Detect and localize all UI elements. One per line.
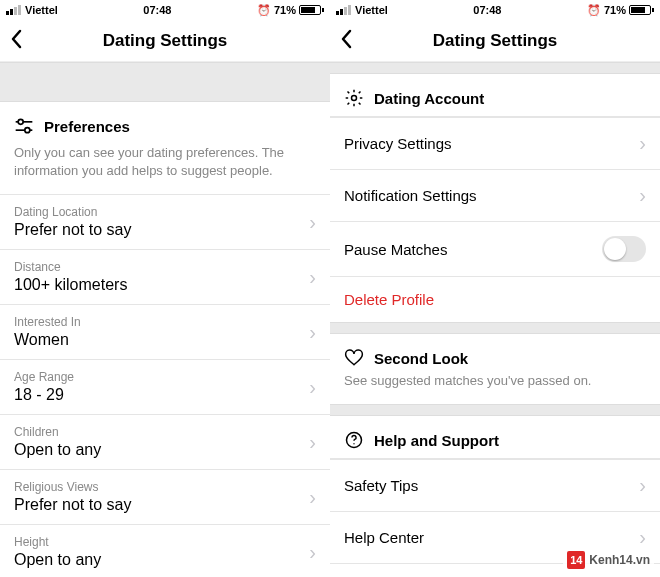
signal-icon [336,5,351,15]
notification-settings-label: Notification Settings [344,187,639,204]
distance-value: 100+ kilometers [14,276,309,294]
section-gap [330,62,660,74]
height-value: Open to any [14,551,309,569]
carrier-label: Viettel [25,4,58,16]
dating-account-title: Dating Account [374,90,484,107]
second-look-title: Second Look [374,350,468,367]
pause-matches-toggle[interactable] [602,236,646,262]
interested-in-label: Interested In [14,315,309,329]
svg-point-6 [353,443,354,444]
chevron-right-icon: › [639,132,646,155]
children-label: Children [14,425,309,439]
back-button[interactable] [10,27,22,55]
chevron-right-icon: › [639,526,646,549]
dating-location-value: Prefer not to say [14,221,309,239]
religious-views-value: Prefer not to say [14,496,309,514]
alarm-icon: ⏰ [587,4,601,17]
battery-icon [629,5,654,15]
religious-views-label: Religious Views [14,480,309,494]
privacy-settings-label: Privacy Settings [344,135,639,152]
distance-label: Distance [14,260,309,274]
section-gap [0,62,330,102]
question-icon [344,430,364,450]
help-center-label: Help Center [344,529,639,546]
clock: 07:48 [143,4,171,16]
phone-left: Viettel 07:48 ⏰ 71% Dating Settings Pref… [0,0,330,577]
age-range-value: 18 - 29 [14,386,309,404]
sliders-icon [14,116,34,136]
help-header: Help and Support [330,416,660,458]
chevron-right-icon: › [639,184,646,207]
section-gap [330,322,660,334]
gear-icon [344,88,364,108]
row-safety-tips[interactable]: Safety Tips › [330,459,660,511]
dating-location-label: Dating Location [14,205,309,219]
battery-pct: 71% [604,4,626,16]
chevron-right-icon: › [309,211,316,234]
content-left[interactable]: Preferences Only you can see your dating… [0,62,330,577]
help-title: Help and Support [374,432,499,449]
pause-matches-label: Pause Matches [344,241,602,258]
carrier-label: Viettel [355,4,388,16]
safety-tips-label: Safety Tips [344,477,639,494]
svg-point-3 [25,128,30,133]
chevron-right-icon: › [309,431,316,454]
height-label: Height [14,535,309,549]
delete-profile-label: Delete Profile [344,291,646,308]
phone-right: Viettel 07:48 ⏰ 71% Dating Settings Dati… [330,0,660,577]
battery-pct: 71% [274,4,296,16]
svg-point-1 [18,119,23,124]
second-look-desc: See suggested matches you've passed on. [330,372,660,404]
row-notification-settings[interactable]: Notification Settings › [330,169,660,221]
status-bar: Viettel 07:48 ⏰ 71% [330,0,660,20]
heart-icon [344,348,364,368]
watermark-logo: 14 [567,551,585,569]
alarm-icon: ⏰ [257,4,271,17]
section-gap [330,404,660,416]
content-right[interactable]: Dating Account Privacy Settings › Notifi… [330,62,660,577]
row-age-range[interactable]: Age Range 18 - 29 › [0,359,330,414]
back-button[interactable] [340,27,352,55]
row-interested-in[interactable]: Interested In Women › [0,304,330,359]
preferences-header: Preferences [0,102,330,144]
watermark: 14 Kenh14.vn [563,549,654,571]
chevron-right-icon: › [309,266,316,289]
chevron-right-icon: › [309,541,316,564]
status-bar: Viettel 07:48 ⏰ 71% [0,0,330,20]
signal-icon [6,5,21,15]
chevron-right-icon: › [309,321,316,344]
preferences-desc: Only you can see your dating preferences… [0,144,330,194]
battery-icon [299,5,324,15]
age-range-label: Age Range [14,370,309,384]
nav-bar: Dating Settings [0,20,330,62]
row-religious-views[interactable]: Religious Views Prefer not to say › [0,469,330,524]
dating-account-header: Dating Account [330,74,660,116]
second-look-header[interactable]: Second Look [330,334,660,372]
interested-in-value: Women [14,331,309,349]
row-dating-location[interactable]: Dating Location Prefer not to say › [0,194,330,249]
row-pause-matches: Pause Matches [330,221,660,276]
page-title: Dating Settings [330,31,660,51]
row-children[interactable]: Children Open to any › [0,414,330,469]
row-privacy-settings[interactable]: Privacy Settings › [330,117,660,169]
nav-bar: Dating Settings [330,20,660,62]
watermark-text: Kenh14.vn [589,553,650,567]
row-distance[interactable]: Distance 100+ kilometers › [0,249,330,304]
row-height[interactable]: Height Open to any › [0,524,330,577]
preferences-title: Preferences [44,118,130,135]
chevron-right-icon: › [639,474,646,497]
svg-point-4 [352,96,357,101]
chevron-right-icon: › [309,376,316,399]
row-delete-profile[interactable]: Delete Profile [330,276,660,322]
chevron-right-icon: › [309,486,316,509]
clock: 07:48 [473,4,501,16]
children-value: Open to any [14,441,309,459]
page-title: Dating Settings [0,31,330,51]
